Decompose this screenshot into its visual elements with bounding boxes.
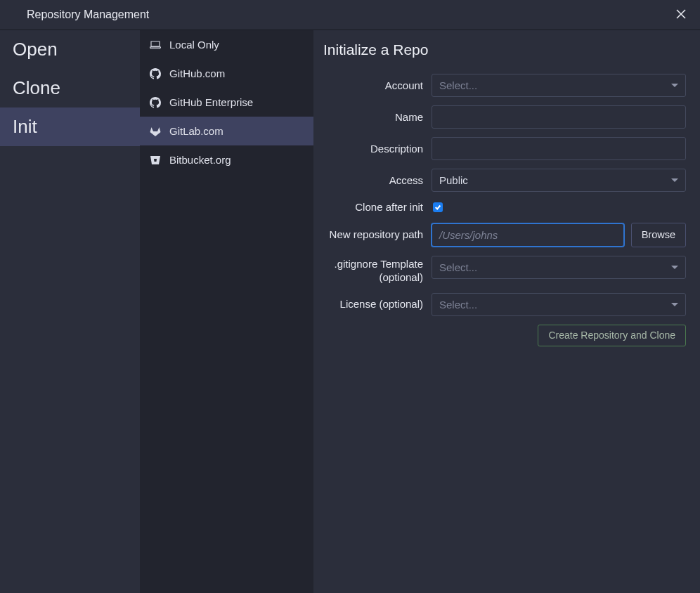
github-icon [150, 97, 161, 108]
window-title: Repository Management [27, 8, 149, 21]
provider-item-local[interactable]: Local Only [140, 30, 313, 59]
clone-after-label: Clone after init [323, 200, 423, 214]
provider-sidebar: Local Only GitHub.com GitHub Enterprise … [140, 30, 313, 593]
titlebar: Repository Management [0, 0, 700, 30]
gitignore-select[interactable]: Select... [432, 256, 686, 279]
repo-path-label: New repository path [323, 228, 423, 242]
gitignore-select-value: Select... [439, 261, 477, 273]
chevron-down-icon [671, 303, 678, 306]
github-icon [150, 68, 161, 79]
provider-label: Local Only [169, 39, 219, 51]
provider-item-github-enterprise[interactable]: GitHub Enterprise [140, 88, 313, 117]
chevron-down-icon [671, 266, 678, 269]
provider-label: GitHub.com [169, 67, 225, 79]
account-select[interactable]: Select... [432, 74, 686, 97]
main-panel: Initialize a Repo Account Select... Name… [313, 30, 700, 593]
provider-item-github[interactable]: GitHub.com [140, 59, 313, 88]
browse-button[interactable]: Browse [631, 223, 686, 247]
chevron-down-icon [671, 178, 678, 182]
access-select-value: Public [439, 174, 468, 186]
form-heading: Initialize a Repo [323, 41, 686, 58]
account-select-value: Select... [439, 79, 477, 91]
repo-path-input[interactable]: /Users/johns [432, 223, 624, 247]
access-select[interactable]: Public [432, 169, 686, 192]
laptop-icon [150, 39, 161, 51]
clone-after-checkbox[interactable] [433, 202, 443, 212]
access-label: Access [323, 174, 423, 188]
bitbucket-icon [150, 155, 161, 166]
sidebar-item-clone[interactable]: Clone [0, 69, 140, 107]
gitignore-label: .gitignore Template (optional) [323, 256, 423, 285]
description-label: Description [323, 142, 423, 156]
description-input[interactable] [432, 137, 686, 160]
name-input[interactable] [432, 105, 686, 129]
name-label: Name [323, 110, 423, 124]
license-select-value: Select... [439, 299, 477, 311]
sidebar-item-open[interactable]: Open [0, 30, 140, 69]
provider-label: GitLab.com [169, 125, 223, 137]
license-select[interactable]: Select... [432, 293, 686, 316]
chevron-down-icon [671, 84, 678, 87]
gitlab-icon [150, 126, 161, 137]
provider-label: Bitbucket.org [169, 154, 231, 166]
provider-item-gitlab[interactable]: GitLab.com [140, 117, 313, 145]
provider-item-bitbucket[interactable]: Bitbucket.org [140, 145, 313, 174]
license-label: License (optional) [323, 297, 423, 311]
provider-label: GitHub Enterprise [169, 96, 253, 108]
sidebar-item-init[interactable]: Init [0, 107, 140, 146]
left-sidebar: Open Clone Init [0, 30, 140, 593]
create-repository-button[interactable]: Create Repository and Clone [538, 325, 686, 346]
account-label: Account [323, 79, 423, 93]
close-icon[interactable] [676, 9, 686, 21]
